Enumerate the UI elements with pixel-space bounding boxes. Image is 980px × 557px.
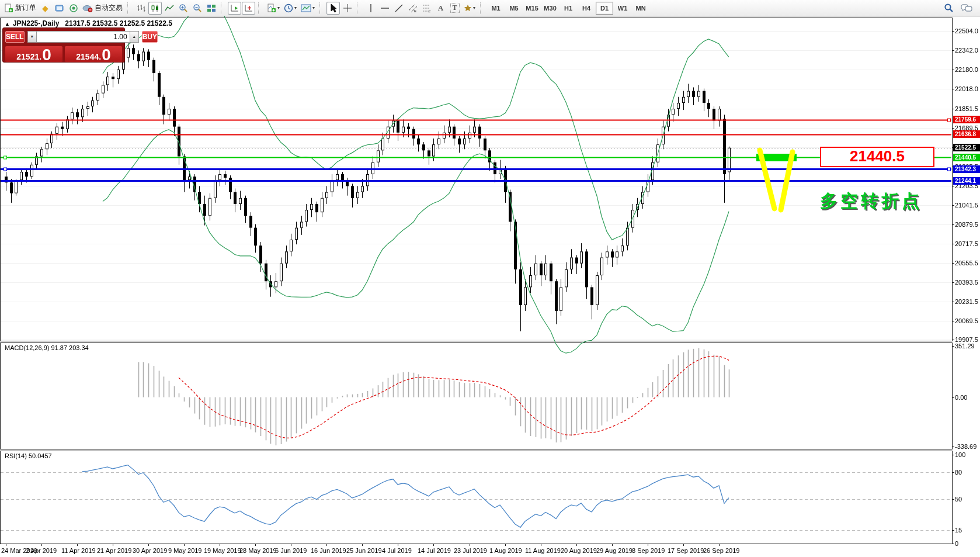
timeframe-bar: M1M5M15M30H1H4D1W1MN [487,2,649,15]
sell-price-display[interactable]: 21521.0 [5,46,62,62]
buy-price-pips: 0 [102,48,111,61]
timeframe-button-M15[interactable]: M15 [523,2,541,15]
svg-text:F: F [429,10,431,13]
trendline-tool-button[interactable] [392,2,405,15]
main-toolbar: 新订单 ◆ 自动交易 [0,0,980,16]
chart-canvas[interactable] [0,0,980,557]
chart-shift-button[interactable] [242,2,255,15]
label-tool-icon: T [450,3,460,13]
crosshair-button[interactable] [340,2,354,15]
timeframe-button-W1[interactable]: W1 [614,2,631,15]
buy-price-display[interactable]: 21544.0 [65,46,122,62]
templates-button[interactable]: ▾ [299,2,317,15]
vertical-line-icon [367,4,374,13]
chat-button[interactable] [959,2,974,15]
tile-windows-button[interactable] [204,2,218,15]
timeframe-button-H4[interactable]: H4 [578,2,595,15]
bar-chart-icon [137,4,146,12]
tile-windows-icon [207,4,216,12]
auto-trading-label: 自动交易 [95,3,123,13]
fibonacci-tool-button[interactable]: F [420,2,433,15]
new-order-button[interactable]: 新订单 [2,2,38,15]
signals-button[interactable] [67,2,80,15]
label-tool-button[interactable]: T [448,2,461,15]
buy-price-main: 21544. [76,52,101,61]
horizontal-line-tool-button[interactable] [378,2,391,15]
timeframe-button-MN[interactable]: MN [632,2,649,15]
dropdown-caret-icon: ▾ [312,5,315,11]
chat-icon [961,4,972,13]
channel-icon: E [408,4,418,13]
fibonacci-icon: F [422,4,432,13]
chart-symbol-period: JPN225-,Daily [13,19,59,27]
zoom-in-icon [179,4,188,13]
auto-trading-button[interactable]: 自动交易 [81,2,124,15]
sell-price-pips: 0 [42,48,51,61]
toolbar-separator [127,2,132,14]
price-callout-box[interactable]: 21440.5 [820,147,934,167]
auto-scroll-button[interactable] [228,2,241,15]
line-chart-icon [165,4,174,12]
toolbar-separator [319,2,324,14]
volume-decrease-button[interactable]: ▼ [27,31,37,43]
volume-input[interactable] [37,31,130,43]
chart-shift-icon [244,4,253,12]
clock-icon [284,4,293,13]
sell-price-main: 21521. [16,52,41,61]
annotation-note-text[interactable]: 多空转折点 [820,191,922,211]
auto-scroll-icon [230,4,239,12]
horizontal-line-icon [380,5,390,12]
timeframe-button-H1[interactable]: H1 [559,2,577,15]
candlestick-chart-button[interactable] [148,2,162,15]
sell-button[interactable]: SELL [5,31,25,43]
candlestick-chart-icon [151,4,160,12]
dropdown-caret-icon: ▾ [277,5,280,11]
data-window-button[interactable]: ◆ [39,2,52,15]
trendline-icon [394,4,404,13]
navigator-button[interactable] [53,2,66,15]
timeframe-button-M30[interactable]: M30 [541,2,559,15]
toolbar-separator [221,2,225,14]
cursor-button[interactable] [326,2,340,15]
search-button[interactable] [942,2,955,15]
dropdown-caret-icon: ▾ [473,5,475,11]
data-window-icon: ◆ [42,4,48,13]
volume-increase-button[interactable]: ▲ [130,31,139,43]
zoom-out-icon [193,4,202,13]
svg-text:E: E [414,9,416,13]
new-order-icon [4,4,13,13]
toolbar-separator [480,2,485,14]
cursor-icon [329,4,338,13]
templates-icon [301,4,311,12]
text-tool-button[interactable]: A [434,2,447,15]
crosshair-icon [343,4,352,13]
signals-icon [69,4,78,13]
vertical-line-tool-button[interactable] [364,2,377,15]
shapes-tool-button[interactable]: ▾ [462,2,477,15]
line-chart-button[interactable] [162,2,176,15]
toolbar-separator [357,2,362,14]
indicators-button[interactable]: ▾ [265,2,282,15]
shapes-icon [464,4,472,12]
channel-tool-button[interactable]: E [406,2,419,15]
search-icon [944,3,954,13]
navigator-icon [55,4,64,12]
collapse-panel-arrow[interactable]: ▲ [5,21,10,27]
new-order-label: 新订单 [15,3,36,13]
zoom-in-button[interactable] [176,2,190,15]
auto-trading-icon [82,4,93,12]
toolbar-separator [258,2,263,14]
timeframe-button-D1[interactable]: D1 [596,2,613,15]
chart-ohlc-values: 21317.5 21532.5 21252.5 21522.5 [65,19,172,27]
zoom-out-button[interactable] [190,2,204,15]
timeframe-button-M5[interactable]: M5 [505,2,523,15]
periods-button[interactable]: ▾ [282,2,298,15]
bar-chart-button[interactable] [134,2,148,15]
timeframe-button-M1[interactable]: M1 [487,2,505,15]
indicators-icon [267,4,276,13]
text-tool-icon: A [438,4,443,13]
one-click-trading-panel: SELL ▼ ▲ BUY 21521.0 21544.0 [2,27,125,63]
chart-title-bar: ▲JPN225-,Daily21317.5 21532.5 21252.5 21… [5,19,172,27]
dropdown-caret-icon: ▾ [294,5,297,11]
buy-button[interactable]: BUY [142,31,158,43]
